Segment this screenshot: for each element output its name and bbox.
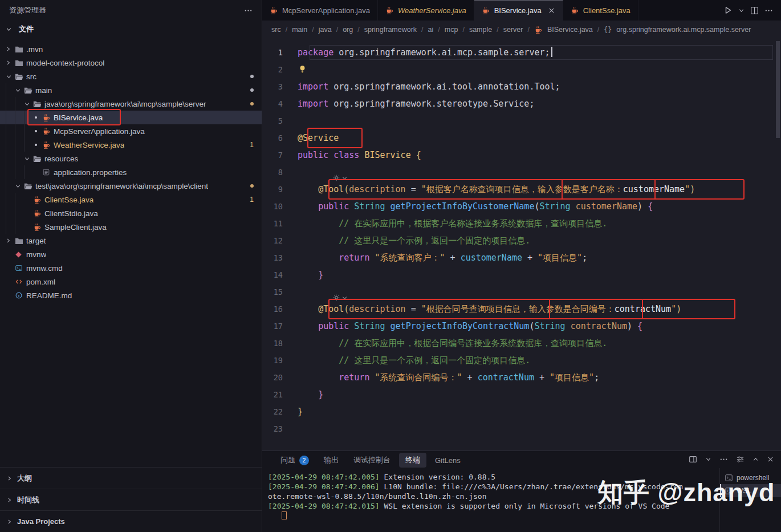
code-line[interactable]: 16 @Tool(description = "根据合同号查询项目信息，输入参数… <box>262 300 781 318</box>
code-line[interactable]: 5 <box>262 112 781 129</box>
code-line[interactable]: 2 <box>262 61 781 78</box>
editor-tab[interactable]: McpServerApplication.java <box>262 0 378 21</box>
code-line[interactable]: 20 return "系统查询合同编号：" + contractNum + "项… <box>262 369 781 386</box>
tree-item[interactable]: SampleClient.java <box>0 220 262 234</box>
sidebar-section-Java Projects[interactable]: Java Projects <box>0 510 262 532</box>
more-icon[interactable] <box>719 455 728 464</box>
breadcrumb-item[interactable]: java <box>319 26 332 34</box>
chevron-down-icon[interactable] <box>6 74 15 80</box>
panel-tab[interactable]: 输出 <box>324 455 339 465</box>
tree-item[interactable]: resources <box>0 152 262 165</box>
tree-item[interactable]: test\java\org\springframework\ai\mcp\sam… <box>0 179 262 193</box>
code-token <box>298 321 318 331</box>
editor-scrollbar[interactable] <box>775 39 781 450</box>
more-icon[interactable] <box>244 6 253 15</box>
tree-item-label: SampleClient.java <box>44 223 107 232</box>
chevron-down-icon[interactable] <box>24 101 33 107</box>
tree-item[interactable]: README.md <box>0 289 262 302</box>
code-line[interactable]: 9 @Tool(description = "根据客户名称查询项目信息，输入参数… <box>262 181 781 198</box>
lightbulb-icon[interactable] <box>299 65 306 74</box>
code-line[interactable]: 4import org.springframework.stereotype.S… <box>262 95 781 112</box>
code-token: @Tool <box>318 184 344 194</box>
chevron-up-icon[interactable] <box>752 456 759 462</box>
chevron-down-icon[interactable] <box>24 156 33 162</box>
chevron-down-icon[interactable] <box>15 87 24 94</box>
panel-tab[interactable]: 调试控制台 <box>353 455 391 465</box>
code-line[interactable]: 13 return "系统查询客户：" + customerName + "项目… <box>262 249 781 266</box>
breadcrumb-item[interactable]: mcp <box>445 26 458 34</box>
chevron-right-icon[interactable] <box>6 46 15 52</box>
tree-item[interactable]: pom.xml <box>0 275 262 289</box>
breadcrumb-item[interactable]: server <box>503 26 523 34</box>
breadcrumb-item[interactable]: springframework <box>364 26 417 34</box>
breadcrumb-item[interactable]: src <box>271 26 281 34</box>
code-line[interactable]: 7public class BIService { <box>262 147 781 164</box>
panel-tab[interactable]: 问题2 <box>280 455 309 465</box>
more-icon[interactable] <box>764 6 773 15</box>
tree-item[interactable]: .mvn <box>0 42 262 56</box>
close-icon[interactable] <box>767 456 774 463</box>
tree-item[interactable]: WeatherService.java1 <box>0 138 262 152</box>
code-line[interactable]: 17 public String getProjectInfoByContrac… <box>262 318 781 335</box>
editor-tab[interactable]: BIService.java <box>474 0 563 21</box>
chevron-slot <box>33 130 42 132</box>
code-line[interactable]: 6@Service <box>262 129 781 147</box>
chevron-right-icon[interactable] <box>6 60 15 66</box>
breadcrumb-item[interactable]: ai <box>428 26 434 34</box>
inline-ai-actions[interactable] <box>333 294 348 301</box>
tree-item[interactable]: model-context-protocol <box>0 56 262 70</box>
code-line[interactable]: 10 public String getProjectInfoByCustome… <box>262 198 781 215</box>
breadcrumb-file[interactable]: BIService.java <box>547 26 593 34</box>
run-icon[interactable] <box>723 6 733 15</box>
breadcrumb-item[interactable]: sample <box>469 26 492 34</box>
indent-guide <box>15 111 24 124</box>
tree-item[interactable]: ClientSse.java1 <box>0 193 262 206</box>
code-line[interactable]: 12 // 这里只是一个示例，返回一个固定的项目信息. <box>262 232 781 249</box>
scrollbar-thumb[interactable] <box>776 41 780 138</box>
split-editor-icon[interactable] <box>750 6 759 15</box>
editor-tab[interactable]: WeatherService.java <box>378 0 474 21</box>
sidebar-section-大纲[interactable]: 大纲 <box>0 467 262 489</box>
chevron-down-icon[interactable] <box>15 183 24 189</box>
tree-item[interactable]: src <box>0 70 262 83</box>
files-section-header[interactable]: 文件 <box>0 21 262 38</box>
editor-tab[interactable]: ClientSse.java <box>563 0 638 21</box>
inline-ai-actions[interactable] <box>333 174 348 181</box>
tree-item[interactable]: application.properties <box>0 165 262 179</box>
breadcrumb-separator: / <box>336 26 338 34</box>
panel-tab[interactable]: 终端 <box>399 453 426 468</box>
tree-item[interactable]: main <box>0 83 262 97</box>
tree-item[interactable]: mvnw <box>0 247 262 261</box>
code-line[interactable]: 3import org.springframework.ai.tool.anno… <box>262 78 781 95</box>
chevron-down-icon[interactable] <box>738 7 745 14</box>
close-icon[interactable] <box>548 7 555 14</box>
tree-item[interactable]: McpServerApplication.java <box>0 124 262 138</box>
code-line[interactable]: 22} <box>262 403 781 420</box>
breadcrumb-item[interactable]: main <box>292 26 307 34</box>
code-line[interactable]: 18 // 在实际应用中，根据合同编号连接业务系统数据库，查询项目信息. <box>262 335 781 352</box>
breadcrumb-separator: / <box>357 26 359 34</box>
tab-bar: McpServerApplication.javaWeatherService.… <box>262 0 781 21</box>
panel-tab[interactable]: GitLens <box>435 456 461 465</box>
code-line[interactable]: 19 // 这里只是一个示例，返回一个固定的项目信息. <box>262 352 781 369</box>
breadcrumb-item[interactable]: org <box>343 26 353 34</box>
chevron-right-icon[interactable] <box>6 238 15 243</box>
tree-item[interactable]: target <box>0 234 262 247</box>
sidebar-section-时间线[interactable]: 时间线 <box>0 489 262 510</box>
chevron-down-icon[interactable] <box>705 456 711 462</box>
tree-item-label: target <box>26 237 46 245</box>
panel-layout-icon[interactable] <box>689 455 697 464</box>
tree-item[interactable]: ClientStdio.java <box>0 206 262 220</box>
code-line[interactable]: 23 <box>262 420 781 437</box>
code-line[interactable]: 14 } <box>262 266 781 283</box>
code-editor[interactable]: 1package org.springframework.ai.mcp.samp… <box>262 39 781 450</box>
tree-item[interactable]: BIService.java <box>0 111 262 124</box>
breadcrumb-symbol[interactable]: org.springframework.ai.mcp.sample.server <box>616 26 751 34</box>
code-line[interactable]: 11 // 在实际应用中，根据客户名称连接业务系统数据库，查询项目信息. <box>262 215 781 232</box>
tree-item[interactable]: java\org\springframework\ai\mcp\sample\s… <box>0 97 262 111</box>
tree-item[interactable]: mvnw.cmd <box>0 261 262 275</box>
code-line[interactable]: 1package org.springframework.ai.mcp.samp… <box>262 44 781 61</box>
sliders-icon[interactable] <box>736 455 745 464</box>
tab-label: BIService.java <box>494 6 542 15</box>
code-line[interactable]: 21 } <box>262 386 781 403</box>
